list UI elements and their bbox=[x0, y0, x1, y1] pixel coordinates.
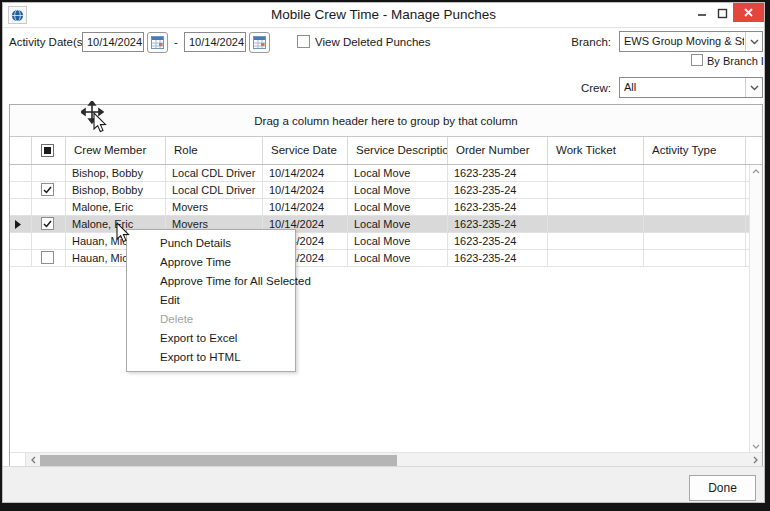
cell-role[interactable]: Movers bbox=[166, 199, 263, 215]
cell-role[interactable]: Local CDL Driver bbox=[166, 165, 263, 181]
crew-dropdown[interactable]: All bbox=[619, 77, 763, 98]
table-row[interactable]: Hauan, Micha10/14/2024Local Move1623-235… bbox=[10, 250, 749, 267]
cell-service_description[interactable]: Local Move bbox=[348, 250, 448, 266]
cell-crew_member[interactable]: Bishop, Bobby bbox=[66, 165, 166, 181]
scrollbar-thumb[interactable] bbox=[40, 455, 397, 466]
menu-item-punch-details[interactable]: Punch Details bbox=[127, 234, 295, 253]
table-row[interactable]: Malone, EricMovers10/14/2024Local Move16… bbox=[10, 199, 749, 216]
row-checkbox[interactable] bbox=[41, 251, 54, 264]
date-to-calendar-button[interactable] bbox=[249, 32, 270, 53]
cell-activity_type[interactable] bbox=[644, 199, 746, 215]
column-header-service_description[interactable]: Service Description bbox=[348, 137, 448, 164]
cell-order_number[interactable]: 1623-235-24 bbox=[448, 250, 548, 266]
cell-activity_type[interactable] bbox=[644, 250, 746, 266]
row-checkbox-cell[interactable] bbox=[32, 250, 66, 266]
menu-item-approve-time[interactable]: Approve Time bbox=[127, 253, 295, 272]
cell-work_ticket[interactable] bbox=[548, 216, 644, 232]
cell-order_number[interactable]: 1623-235-24 bbox=[448, 233, 548, 249]
row-checkbox-cell[interactable] bbox=[32, 233, 66, 249]
row-checkbox[interactable] bbox=[41, 217, 54, 230]
date-range-separator: - bbox=[172, 32, 180, 52]
cell-work_ticket[interactable] bbox=[548, 199, 644, 215]
cell-activity_type[interactable] bbox=[644, 233, 746, 249]
column-header-role[interactable]: Role bbox=[166, 137, 263, 164]
select-all-header[interactable] bbox=[32, 137, 66, 164]
cell-service_date[interactable]: 10/14/2024 bbox=[263, 199, 348, 215]
branch-dropdown[interactable]: EWS Group Moving & Stor bbox=[619, 31, 763, 52]
column-header-crew_member[interactable]: Crew Member bbox=[66, 137, 166, 164]
branch-value: EWS Group Moving & Stor bbox=[624, 32, 744, 51]
column-header-activity_type[interactable]: Activity Type bbox=[644, 137, 746, 164]
cell-service_description[interactable]: Local Move bbox=[348, 216, 448, 232]
menu-item-approve-time-for-all-selected[interactable]: Approve Time for All Selected bbox=[127, 272, 295, 291]
chevron-down-icon[interactable] bbox=[745, 78, 762, 97]
by-branch-id-checkbox[interactable] bbox=[691, 54, 703, 66]
chevron-down-icon[interactable] bbox=[745, 32, 762, 51]
table-row[interactable]: Hauan, Micha10/14/2024Local Move1623-235… bbox=[10, 233, 749, 250]
grid-header-row: Crew MemberRoleService DateService Descr… bbox=[10, 137, 762, 165]
menu-item-edit[interactable]: Edit bbox=[127, 291, 295, 310]
cell-service_description[interactable]: Local Move bbox=[348, 233, 448, 249]
row-indicator-header bbox=[10, 137, 32, 164]
table-row[interactable]: Bishop, BobbyLocal CDL Driver10/14/2024L… bbox=[10, 165, 749, 182]
select-all-checkbox[interactable] bbox=[41, 144, 54, 157]
footer-bar: Done bbox=[3, 466, 764, 502]
done-button[interactable]: Done bbox=[689, 475, 756, 501]
view-deleted-punches-label: View Deleted Punches bbox=[315, 32, 431, 52]
context-menu: Punch DetailsApprove TimeApprove Time fo… bbox=[126, 229, 296, 372]
cell-order_number[interactable]: 1623-235-24 bbox=[448, 216, 548, 232]
view-deleted-punches-checkbox[interactable] bbox=[297, 35, 310, 48]
date-from-input[interactable]: 10/14/2024 bbox=[82, 32, 144, 52]
cell-crew_member[interactable]: Malone, Eric bbox=[66, 199, 166, 215]
row-checkbox-cell[interactable] bbox=[32, 216, 66, 232]
row-checkbox-cell[interactable] bbox=[32, 165, 66, 181]
date-to-input[interactable]: 10/14/2024 bbox=[184, 32, 246, 52]
scroll-down-icon[interactable] bbox=[750, 440, 762, 452]
cell-service_description[interactable]: Local Move bbox=[348, 182, 448, 198]
cell-work_ticket[interactable] bbox=[548, 250, 644, 266]
column-header-order_number[interactable]: Order Number bbox=[448, 137, 548, 164]
cell-work_ticket[interactable] bbox=[548, 182, 644, 198]
vertical-scrollbar[interactable] bbox=[749, 165, 762, 452]
cell-role[interactable]: Local CDL Driver bbox=[166, 182, 263, 198]
window-title: Mobile Crew Time - Manage Punches bbox=[3, 3, 764, 27]
menu-item-export-to-excel[interactable]: Export to Excel bbox=[127, 329, 295, 348]
cell-order_number[interactable]: 1623-235-24 bbox=[448, 199, 548, 215]
menu-item-export-to-html[interactable]: Export to HTML bbox=[127, 348, 295, 367]
scroll-right-icon[interactable] bbox=[748, 453, 762, 467]
row-checkbox-cell[interactable] bbox=[32, 199, 66, 215]
group-by-panel[interactable]: Drag a column header here to group by th… bbox=[10, 105, 762, 137]
crew-label: Crew: bbox=[523, 78, 611, 98]
branch-label: Branch: bbox=[523, 32, 611, 52]
cell-crew_member[interactable]: Bishop, Bobby bbox=[66, 182, 166, 198]
scrollbar-corner bbox=[10, 453, 26, 467]
minimize-button[interactable] bbox=[693, 3, 711, 23]
cell-service_description[interactable]: Local Move bbox=[348, 199, 448, 215]
column-header-work_ticket[interactable]: Work Ticket bbox=[548, 137, 644, 164]
date-from-calendar-button[interactable] bbox=[147, 32, 168, 53]
cell-activity_type[interactable] bbox=[644, 165, 746, 181]
horizontal-scrollbar[interactable] bbox=[10, 452, 762, 467]
cell-service_date[interactable]: 10/14/2024 bbox=[263, 165, 348, 181]
cell-order_number[interactable]: 1623-235-24 bbox=[448, 165, 548, 181]
cell-activity_type[interactable] bbox=[644, 216, 746, 232]
row-indicator-cell bbox=[10, 182, 32, 198]
cell-order_number[interactable]: 1623-235-24 bbox=[448, 182, 548, 198]
scroll-up-icon[interactable] bbox=[750, 165, 762, 177]
row-checkbox-cell[interactable] bbox=[32, 182, 66, 198]
maximize-button[interactable] bbox=[713, 3, 731, 23]
cell-activity_type[interactable] bbox=[644, 182, 746, 198]
row-checkbox[interactable] bbox=[41, 183, 54, 196]
close-button[interactable] bbox=[733, 3, 764, 22]
cell-service_date[interactable]: 10/14/2024 bbox=[263, 182, 348, 198]
table-row[interactable]: Bishop, BobbyLocal CDL Driver10/14/2024L… bbox=[10, 182, 749, 199]
scroll-left-icon[interactable] bbox=[26, 453, 40, 467]
cell-service_description[interactable]: Local Move bbox=[348, 165, 448, 181]
table-row[interactable]: Malone, EricMovers10/14/2024Local Move16… bbox=[10, 216, 749, 233]
punches-grid: Drag a column header here to group by th… bbox=[9, 104, 763, 468]
cell-work_ticket[interactable] bbox=[548, 233, 644, 249]
by-branch-id-label: By Branch ID bbox=[707, 51, 765, 71]
column-header-filler bbox=[746, 137, 762, 164]
cell-work_ticket[interactable] bbox=[548, 165, 644, 181]
column-header-service_date[interactable]: Service Date bbox=[263, 137, 348, 164]
